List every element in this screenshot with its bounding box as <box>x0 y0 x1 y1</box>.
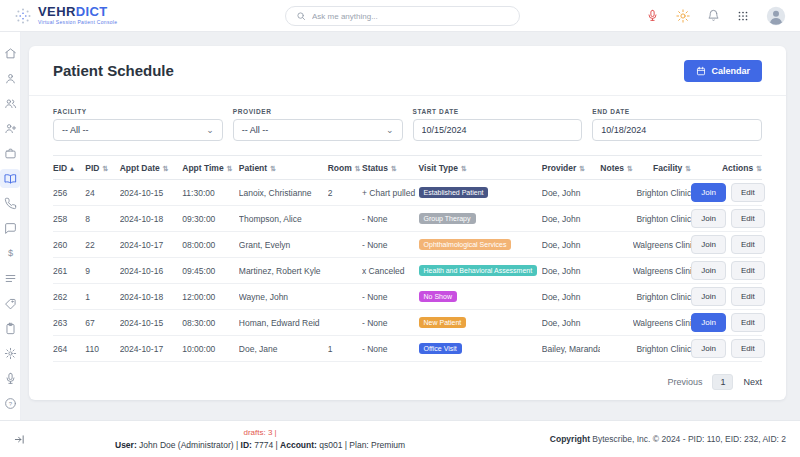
join-button[interactable]: Join <box>691 183 726 202</box>
cell-patient: Grant, Evelyn <box>239 232 328 258</box>
cell-pid: 22 <box>85 232 119 258</box>
edit-button[interactable]: Edit <box>731 209 765 228</box>
user-avatar[interactable] <box>766 6 786 26</box>
start-date-input[interactable] <box>413 119 583 141</box>
join-button[interactable]: Join <box>691 313 726 332</box>
sidebar-item-users-icon[interactable] <box>0 94 20 113</box>
sidebar-item-dollar-icon[interactable]: $ <box>0 244 20 263</box>
cell-facility: Brighton Clinic <box>633 284 692 310</box>
cell-notes <box>600 284 632 310</box>
visit-type-badge: No Show <box>419 291 457 302</box>
end-date-field[interactable] <box>601 125 753 135</box>
visit-type-badge: New Patient <box>419 317 467 328</box>
global-search[interactable] <box>285 6 520 26</box>
join-button[interactable]: Join <box>691 261 726 280</box>
cell-eid: 260 <box>53 232 85 258</box>
theme-sun-icon[interactable] <box>676 9 690 23</box>
cell-facility: Walgreens Clinic <box>633 310 692 336</box>
filter-label-facility: FACILITY <box>53 108 223 115</box>
sidebar-item-settings-icon[interactable] <box>0 344 20 363</box>
column-header-status[interactable]: Status⇅ <box>362 156 419 180</box>
column-header-appt-date[interactable]: Appt Date⇅ <box>120 156 183 180</box>
join-button[interactable]: Join <box>691 235 726 254</box>
column-header-notes[interactable]: Notes⇅ <box>600 156 632 180</box>
sidebar-item-tag-icon[interactable] <box>0 294 20 313</box>
edit-button[interactable]: Edit <box>731 261 765 280</box>
sidebar-item-book-open-icon[interactable] <box>0 169 20 188</box>
cell-actions: JoinEdit <box>691 310 762 336</box>
sidebar-item-phone-icon[interactable] <box>0 194 20 213</box>
notifications-bell-icon[interactable] <box>707 9 720 22</box>
sidebar-item-chat-icon[interactable] <box>0 219 20 238</box>
drafts-count[interactable]: drafts: 3 | <box>115 427 405 439</box>
cell-appt-date: 2024-10-18 <box>120 284 183 310</box>
cell-room <box>328 284 362 310</box>
table-body: 256242024-10-1511:30:00Lanoix, Christian… <box>53 180 762 362</box>
brand-primary: VEHR <box>38 4 76 19</box>
provider-select[interactable]: -- All --⌄ <box>233 119 403 141</box>
pagination-previous[interactable]: Previous <box>667 377 702 387</box>
column-header-actions[interactable]: Actions⇅ <box>691 156 762 180</box>
edit-button[interactable]: Edit <box>731 339 765 358</box>
edit-button[interactable]: Edit <box>731 287 765 306</box>
sidebar-expand-icon[interactable] <box>14 434 25 445</box>
cell-status: - None <box>362 310 419 336</box>
cell-status: + Chart pulled <box>362 180 419 206</box>
sidebar-item-microphone-icon[interactable] <box>0 369 20 388</box>
column-header-room[interactable]: Room⇅ <box>328 156 362 180</box>
sidebar-item-briefcase-icon[interactable] <box>0 144 20 163</box>
table-row: 260222024-10-1708:00:00Grant, Evelyn- No… <box>53 232 762 258</box>
facility-select[interactable]: -- All --⌄ <box>53 119 223 141</box>
column-header-provider[interactable]: Provider⇅ <box>542 156 601 180</box>
column-header-patient[interactable]: Patient⇅ <box>239 156 328 180</box>
sidebar-item-user-icon[interactable] <box>0 69 20 88</box>
column-header-facility[interactable]: Facility⇅ <box>633 156 692 180</box>
filter-label-end-date: END DATE <box>592 108 762 115</box>
pagination-next[interactable]: Next <box>743 377 762 387</box>
cell-actions: JoinEdit <box>691 180 762 206</box>
sort-icon: ⇅ <box>227 165 233 172</box>
edit-button[interactable]: Edit <box>731 313 765 332</box>
sidebar-item-list-icon[interactable] <box>0 269 20 288</box>
calendar-icon <box>696 66 706 76</box>
cell-eid: 263 <box>53 310 85 336</box>
cell-patient: Lanoix, Christianne <box>239 180 328 206</box>
cell-appt-date: 2024-10-18 <box>120 206 183 232</box>
sidebar-item-user-plus-icon[interactable] <box>0 119 20 138</box>
column-header-appt-time[interactable]: Appt Time⇅ <box>182 156 239 180</box>
cell-visit-type: Health and Behavioral Assessment <box>419 258 542 284</box>
page-title: Patient Schedule <box>53 62 174 79</box>
join-button[interactable]: Join <box>691 287 726 306</box>
edit-button[interactable]: Edit <box>731 183 765 202</box>
join-button[interactable]: Join <box>691 339 726 358</box>
apps-grid-icon[interactable] <box>737 10 749 22</box>
microphone-icon[interactable] <box>646 9 659 22</box>
start-date-field[interactable] <box>422 125 574 135</box>
cell-pid: 67 <box>85 310 119 336</box>
column-header-eid[interactable]: EID▴ <box>53 156 85 180</box>
join-button[interactable]: Join <box>691 209 726 228</box>
sidebar-item-clipboard-icon[interactable] <box>0 319 20 338</box>
table-row: 26212024-10-1812:00:00Wayne, John- NoneN… <box>53 284 762 310</box>
cell-visit-type: Group Therapy <box>419 206 542 232</box>
cell-notes <box>600 180 632 206</box>
cell-actions: JoinEdit <box>691 284 762 310</box>
cell-appt-date: 2024-10-17 <box>120 232 183 258</box>
end-date-input[interactable] <box>592 119 762 141</box>
cell-facility: Walgreens Clinic <box>633 258 692 284</box>
filters-bar: FACILITY-- All --⌄PROVIDER-- All --⌄STAR… <box>29 96 786 155</box>
cell-notes <box>600 336 632 362</box>
table-row: 2641102024-10-1710:00:00Doe, Jane1- None… <box>53 336 762 362</box>
filter-end-date: END DATE <box>592 108 762 141</box>
column-header-pid[interactable]: PID⇅ <box>85 156 119 180</box>
pagination-page-1[interactable]: 1 <box>712 374 733 390</box>
edit-button[interactable]: Edit <box>731 235 765 254</box>
column-header-visit-type[interactable]: Visit Type⇅ <box>419 156 542 180</box>
sort-icon: ⇅ <box>627 165 633 172</box>
search-input[interactable] <box>312 12 509 21</box>
visit-type-badge: Group Therapy <box>419 213 476 224</box>
calendar-button[interactable]: Calendar <box>684 60 762 82</box>
sidebar-item-help-icon[interactable]: ? <box>0 394 20 413</box>
app-window: VEHRDICT Virtual Session Patient Console <box>0 0 800 457</box>
sidebar-item-home-icon[interactable] <box>0 44 20 63</box>
